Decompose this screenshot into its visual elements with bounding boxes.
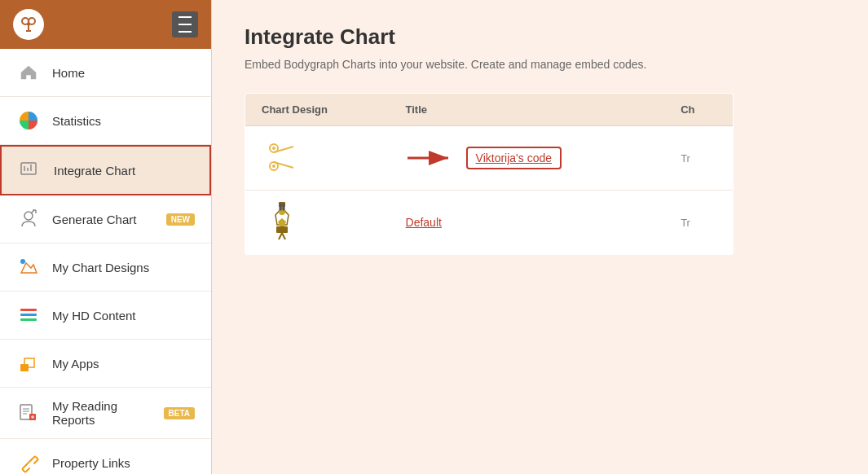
table-row: Default Tr [245, 191, 734, 255]
row1-title-link[interactable]: Viktorija's code [466, 147, 562, 169]
design-cell-2 [245, 191, 390, 255]
svg-point-0 [22, 18, 29, 24]
my-apps-icon [16, 351, 41, 375]
sidebar-item-property-links[interactable]: Property Links [0, 439, 211, 474]
main-content: Integrate Chart Embed Bodygraph Charts i… [212, 0, 868, 474]
scissors-design-icon [264, 140, 300, 176]
design-thumb-2 [262, 202, 302, 243]
row2-title-link[interactable]: Default [406, 216, 442, 229]
svg-line-29 [274, 147, 293, 152]
col-chart-design: Chart Design [245, 94, 390, 126]
row1-arrow [406, 146, 455, 170]
col-title: Title [390, 94, 665, 126]
svg-line-39 [282, 233, 285, 239]
sidebar-item-integrate-chart[interactable]: Integrate Chart [0, 145, 211, 195]
sidebar-item-my-hd-content-label: My HD Content [52, 309, 136, 323]
sidebar-item-statistics[interactable]: Statistics [0, 97, 211, 145]
sidebar-item-my-reading-reports[interactable]: My Reading Reports BETA [0, 388, 211, 439]
svg-rect-41 [283, 204, 284, 210]
sidebar-item-my-apps-label: My Apps [52, 357, 99, 371]
sidebar-item-my-reading-reports-label: My Reading Reports [52, 399, 164, 427]
sidebar-item-my-chart-designs[interactable]: My Chart Designs [0, 244, 211, 292]
svg-point-31 [272, 147, 275, 150]
bodygraph-design-icon [264, 202, 300, 243]
table-row: Viktorija's code Tr [245, 126, 734, 191]
svg-point-14 [20, 259, 25, 264]
logo-icon [19, 15, 38, 34]
sidebar-item-generate-chart[interactable]: Generate Chart NEW [0, 195, 211, 244]
home-icon [16, 60, 41, 85]
design-thumb-1 [262, 138, 302, 178]
property-links-icon [16, 450, 41, 474]
svg-line-38 [279, 233, 282, 239]
reading-reports-icon [16, 401, 41, 425]
svg-rect-6 [21, 163, 36, 174]
chart-designs-icon [16, 255, 41, 279]
title-cell-1: Viktorija's code [390, 126, 665, 191]
sidebar-item-my-hd-content[interactable]: My HD Content [0, 292, 211, 340]
svg-rect-18 [20, 364, 29, 371]
sidebar-item-home-label: Home [52, 66, 85, 80]
sidebar-item-home[interactable]: Home [0, 49, 211, 97]
svg-rect-40 [280, 204, 281, 210]
svg-rect-37 [276, 226, 288, 233]
menu-toggle[interactable] [172, 11, 198, 37]
svg-line-30 [274, 162, 293, 168]
sidebar-item-my-apps[interactable]: My Apps [0, 340, 211, 388]
svg-rect-15 [20, 309, 37, 311]
title-cell-2: Default [390, 191, 665, 255]
page-title: Integrate Chart [245, 24, 835, 50]
svg-line-26 [26, 460, 31, 465]
ch-cell-1: Tr [664, 126, 733, 191]
sidebar-item-my-chart-designs-label: My Chart Designs [52, 261, 149, 274]
design-cell-1 [245, 126, 390, 191]
col-ch: Ch [664, 94, 733, 126]
sidebar-nav: Home Statistics [0, 49, 211, 474]
statistics-icon [16, 108, 41, 133]
sidebar-item-generate-chart-label: Generate Chart [52, 213, 136, 226]
sidebar: Home Statistics [0, 0, 212, 474]
sidebar-item-property-links-label: Property Links [52, 456, 130, 470]
sidebar-item-statistics-label: Statistics [52, 114, 101, 128]
svg-point-32 [272, 165, 275, 168]
svg-point-1 [29, 18, 35, 24]
chart-table: Chart Design Title Ch [245, 93, 734, 255]
page-description: Embed Bodygraph Charts into your website… [245, 56, 652, 73]
ch-cell-2: Tr [664, 191, 733, 255]
svg-marker-36 [278, 218, 286, 226]
hd-content-icon [16, 303, 41, 327]
sidebar-header [0, 0, 211, 49]
new-badge: NEW [166, 213, 195, 226]
logo [13, 9, 44, 40]
svg-rect-16 [20, 314, 37, 316]
table-header-row: Chart Design Title Ch [245, 94, 734, 126]
beta-badge: BETA [164, 407, 195, 419]
svg-rect-17 [20, 318, 37, 321]
integrate-chart-icon [18, 158, 42, 182]
generate-chart-icon [16, 207, 41, 231]
sidebar-item-integrate-chart-label: Integrate Chart [54, 164, 135, 178]
